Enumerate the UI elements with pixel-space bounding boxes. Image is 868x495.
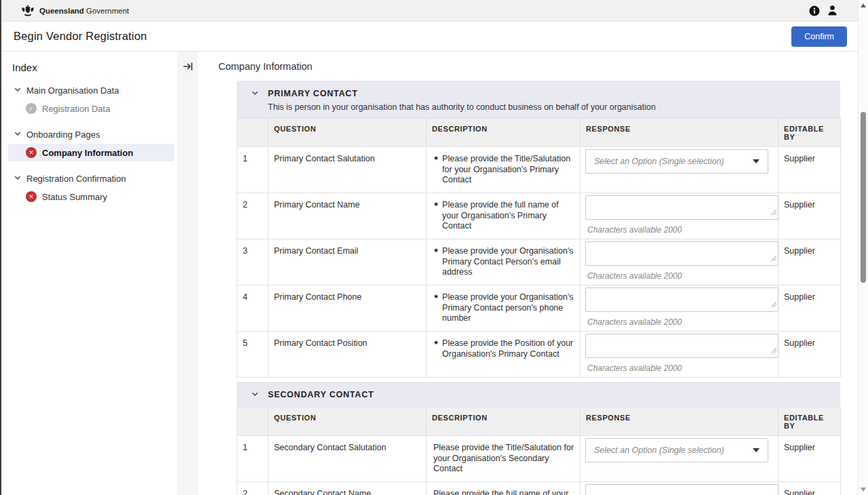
editable-by: Supplier [778, 481, 841, 495]
chevron-down-icon [251, 389, 259, 401]
section-primary-contact: PRIMARY CONTACTThis is person in your or… [237, 81, 840, 378]
description-text: Please provide the full name of your Org… [442, 200, 574, 232]
question-label: Primary Contact Position [269, 331, 427, 377]
brand-text: Queensland Government [39, 7, 129, 15]
collapse-sidebar-icon[interactable] [182, 60, 194, 73]
sidebar-item-status-summary[interactable]: ✕Status Summary [8, 188, 174, 205]
sidebar-group-label: Main Organisation Data [26, 85, 119, 96]
dropdown-caret-icon [753, 448, 760, 452]
question-table: QUESTIONDESCRIPTIONRESPONSEEDITABLE BY1S… [237, 407, 841, 495]
characters-available-hint: Characters available 2000 [587, 225, 773, 235]
chevron-down-icon [251, 87, 259, 100]
brand-bold: Queensland [39, 7, 84, 15]
table-header-row: QUESTIONDESCRIPTIONRESPONSEEDITABLE BY [237, 407, 841, 435]
editable-by: Supplier [778, 193, 841, 239]
response-select[interactable]: Select an Option (Single selection) [585, 438, 768, 462]
section-header[interactable]: PRIMARY CONTACTThis is person in your or… [237, 81, 840, 118]
vertical-scrollbar[interactable] [858, 0, 868, 495]
app-bar: Queensland Government [1, 0, 868, 22]
question-label: Primary Contact Phone [269, 285, 427, 331]
row-number: 2 [237, 193, 269, 239]
section-secondary-contact: SECONDARY CONTACTQUESTIONDESCRIPTIONRESP… [237, 382, 840, 495]
characters-available-hint: Characters available 2000 [587, 271, 773, 281]
response-textarea[interactable] [585, 334, 778, 358]
sidebar-collapse-strip [177, 52, 198, 495]
table-header-row: QUESTIONDESCRIPTIONRESPONSEEDITABLE BY [237, 119, 841, 147]
response-select[interactable]: Select an Option (Single selection) [585, 149, 768, 174]
sidebar-group-main-organisation-data[interactable]: Main Organisation Data [1, 82, 177, 99]
question-label: Secondary Contact Salutation [269, 435, 427, 481]
question-description: Please provide the Title/Salutation for … [427, 435, 580, 481]
required-icon: ★ [433, 293, 439, 323]
row-number: 4 [237, 285, 269, 331]
sidebar-item-label: Status Summary [42, 192, 107, 202]
column-header: DESCRIPTION [427, 119, 580, 147]
column-header: RESPONSE [580, 407, 778, 435]
question-row: 4Primary Contact Phone★Please provide yo… [237, 285, 841, 331]
brand-regular: Government [86, 7, 129, 15]
row-number: 3 [237, 239, 269, 285]
column-header: QUESTION [269, 407, 427, 435]
question-label: Primary Contact Salutation [269, 147, 427, 193]
scrollbar-thumb[interactable] [861, 112, 866, 283]
description-text: Please provide the Position of your Orga… [442, 338, 574, 359]
sidebar-item-label: Company Information [42, 148, 133, 158]
chevron-down-icon [14, 174, 22, 184]
index-sidebar: Index Main Organisation Data✓Registratio… [1, 52, 177, 495]
question-label: Primary Contact Email [269, 239, 427, 285]
required-icon: ★ [433, 155, 439, 185]
scroll-down-icon[interactable] [861, 488, 866, 492]
required-icon: ★ [433, 201, 439, 231]
sidebar-item-registration-data[interactable]: ✓Registration Data [8, 100, 174, 117]
question-row: 1Primary Contact Salutation★Please provi… [237, 147, 841, 193]
characters-available-hint: Characters available 2000 [587, 317, 773, 327]
question-description: Please provide the full name of your Org… [427, 481, 580, 495]
sidebar-group-registration-confirmation[interactable]: Registration Confirmation [1, 170, 177, 187]
row-number: 2 [237, 481, 269, 495]
sidebar-item-company-information[interactable]: ✕Company Information [8, 144, 174, 161]
info-icon[interactable] [808, 5, 820, 16]
characters-available-hint: Characters available 2000 [587, 363, 773, 373]
response-textarea[interactable] [585, 484, 778, 495]
main-content: Company Information PRIMARY CONTACTThis … [198, 52, 868, 495]
page-header: Begin Vendor Registration Confirm [1, 22, 868, 52]
question-sections: PRIMARY CONTACTThis is person in your or… [237, 81, 840, 495]
description-text: Please provide your Organisation's Prima… [442, 292, 574, 324]
sidebar-title: Index [1, 52, 177, 76]
required-icon: ★ [433, 339, 439, 359]
question-description: ★Please provide the full name of your Or… [427, 193, 580, 239]
response-cell: Characters available 2000 [580, 331, 778, 377]
question-row: 1Secondary Contact SalutationPlease prov… [237, 435, 841, 481]
response-textarea[interactable] [585, 288, 778, 312]
sidebar-group-onboarding-pages[interactable]: Onboarding Pages [1, 126, 177, 143]
select-placeholder: Select an Option (Single selection) [594, 446, 724, 455]
editable-by: Supplier [778, 239, 841, 285]
dropdown-caret-icon [753, 159, 760, 163]
question-row: 2Primary Contact Name★Please provide the… [237, 193, 841, 239]
scroll-up-icon[interactable] [861, 3, 866, 7]
description-text: Please provide the full name of your Org… [433, 489, 574, 495]
column-header-num [237, 119, 269, 147]
editable-by: Supplier [778, 147, 841, 193]
description-text: Please provide the Title/Salutation for … [442, 154, 574, 186]
description-text: Please provide your Organisation's Prima… [442, 246, 574, 278]
user-icon[interactable] [827, 5, 838, 16]
response-textarea[interactable] [585, 195, 778, 220]
question-table: QUESTIONDESCRIPTIONRESPONSEEDITABLE BY1P… [237, 118, 841, 378]
column-header: EDITABLE BY [778, 407, 841, 435]
editable-by: Supplier [778, 285, 841, 331]
row-number: 1 [237, 435, 269, 481]
complete-icon: ✓ [26, 103, 37, 114]
queensland-government-logo: Queensland Government [20, 4, 129, 17]
response-textarea[interactable] [585, 241, 778, 266]
response-cell: Select an Option (Single selection) [580, 147, 778, 193]
sidebar-item-label: Registration Data [42, 104, 110, 114]
confirm-button[interactable]: Confirm [791, 26, 847, 47]
section-header[interactable]: SECONDARY CONTACT [237, 382, 840, 407]
response-cell: Characters available 2000 [580, 193, 778, 239]
response-cell: Characters available 2000 [580, 481, 778, 495]
select-placeholder: Select an Option (Single selection) [594, 157, 724, 166]
response-cell: Select an Option (Single selection) [580, 435, 778, 481]
error-icon: ✕ [26, 191, 37, 202]
editable-by: Supplier [778, 331, 841, 377]
